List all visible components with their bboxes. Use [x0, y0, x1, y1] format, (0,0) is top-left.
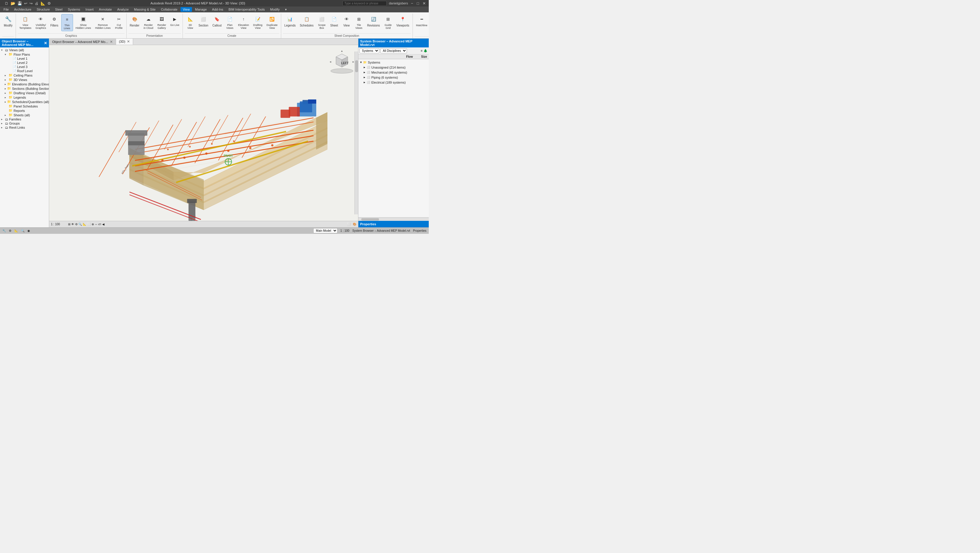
bottom-icon-2[interactable]: ⚙ [9, 229, 11, 232]
menu-structure[interactable]: Structure [34, 7, 52, 12]
undo-btn[interactable]: ↩ [24, 1, 28, 6]
menu-expand[interactable]: ▾ [283, 7, 289, 12]
model-selector[interactable]: Main Model [313, 228, 337, 233]
matchline-btn[interactable]: ━ Matchline [415, 14, 429, 28]
status-icon-2[interactable]: 👁 [71, 222, 74, 226]
cut-profile-btn[interactable]: ✂ CutProfile [113, 14, 124, 31]
view-templates-btn[interactable]: 📋 ViewTemplates [18, 14, 33, 31]
vertical-scrollbar[interactable] [355, 51, 358, 215]
tree-ceiling-plans[interactable]: ▸ 📁 Ceiling Plans [0, 73, 49, 78]
scope-box-btn[interactable]: ⬜ ScopeBox [316, 14, 328, 31]
duplicate-view-btn[interactable]: 🔁 DuplicateView [265, 14, 279, 31]
measure-btn[interactable]: 📐 [40, 1, 46, 6]
save-btn[interactable]: 💾 [17, 1, 23, 6]
bottom-icon-4[interactable]: 🔍 [21, 229, 24, 232]
tree-reports[interactable]: 📁 Reports [0, 108, 49, 113]
menu-manage[interactable]: Manage [192, 7, 209, 12]
revisions-btn[interactable]: 🔄 Revisions [366, 14, 381, 28]
menu-file[interactable]: File [1, 7, 11, 12]
menu-annotate[interactable]: Annotate [97, 7, 114, 12]
sys-item-electrical[interactable]: ▸ ⬜ Electrical (189 systems) [358, 80, 429, 85]
tab-object-browser[interactable]: Object Browser – Advanced MEP Mo... ✕ [49, 39, 116, 45]
redo-btn[interactable]: ↪ [29, 1, 33, 6]
menu-modify[interactable]: Modify [268, 7, 282, 12]
visual-style[interactable]: 🎨 [353, 222, 356, 226]
show-hidden-lines-btn[interactable]: 🔳 ShowHidden Lines [74, 14, 93, 31]
sys-item-piping[interactable]: ▸ ⬜ Piping (6 systems) [358, 75, 429, 80]
close-tab-3d[interactable]: ✕ [127, 40, 130, 44]
render-cloud-btn[interactable]: ☁ Renderin Cloud [142, 14, 154, 31]
tree-schedules[interactable]: ▸ 📁 Schedules/Quantities (all) [0, 100, 49, 104]
open-file-btn[interactable]: 📂 [10, 1, 16, 6]
tree-revit-links[interactable]: ▸ 🗂 Revit Links [0, 126, 49, 130]
go-live-btn[interactable]: ▶ Go Live [169, 14, 181, 28]
view-btn[interactable]: 👁 View [341, 14, 352, 28]
sheet-btn[interactable]: 📄 Sheet [329, 14, 340, 28]
properties-btn[interactable]: Properties [413, 229, 426, 232]
menu-analyze[interactable]: Analyze [115, 7, 131, 12]
status-icon-4[interactable]: 🔍 [78, 222, 82, 226]
status-icon-1[interactable]: ⊞ [68, 222, 70, 226]
systems-filter[interactable]: Systems [360, 48, 379, 53]
sys-item-unassigned[interactable]: ▸ ⬜ Unassigned (214 items) [358, 65, 429, 70]
tree-elevations[interactable]: ▸ 📁 Elevations (Building Elevation) [0, 82, 49, 86]
close-btn[interactable]: ✕ [422, 1, 426, 6]
visibility-graphics-btn[interactable]: 👁 Visibility/Graphics [34, 14, 48, 31]
tree-legends[interactable]: ▸ 📁 Legends [0, 95, 49, 100]
tree-level-2[interactable]: 📄 Level 2 [0, 60, 49, 65]
settings-btn[interactable]: ⚙ [47, 1, 51, 6]
elevation-view-btn[interactable]: ↑ ElevationView [237, 14, 251, 31]
remove-hidden-lines-btn[interactable]: ✕ RemoveHidden Lines [94, 14, 112, 31]
viewports-btn[interactable]: 📍 Viewports [395, 14, 411, 28]
tree-level-1[interactable]: 📄 Level 1 [0, 57, 49, 60]
close-tab-object-browser[interactable]: ✕ [110, 40, 113, 44]
legends-btn[interactable]: 📊 Legends [283, 14, 297, 28]
tree-families[interactable]: ▸ 🗂 Families [0, 117, 49, 121]
drafting-view-btn[interactable]: 📝 DraftingView [252, 14, 264, 31]
tree-views-all[interactable]: ▾ 🗂 Views (all) [0, 48, 49, 52]
menu-architecture[interactable]: Architecture [12, 7, 34, 12]
menu-bim[interactable]: BIM Interoperability Tools [226, 7, 267, 12]
filters-btn[interactable]: ⚙ Filters [49, 14, 60, 28]
render-gallery-btn[interactable]: 🖼 RenderGallery [156, 14, 167, 31]
plan-views-btn[interactable]: 📄 PlanViews [224, 14, 235, 31]
viewcube[interactable]: ▲ ◄ ► LEFT [329, 48, 355, 75]
status-icon-3[interactable]: ⚙ [75, 222, 78, 226]
tile-views-main-btn[interactable]: ⊞ TileViews [353, 14, 364, 31]
tree-view-icon[interactable]: 🌲 [423, 49, 428, 53]
status-icon-5[interactable]: 📐 [83, 222, 86, 226]
tree-sections[interactable]: ▸ 📁 Sections (Building Section) [0, 86, 49, 91]
tree-panel-schedules[interactable]: 📁 Panel Schedules [0, 104, 49, 108]
status-icon-7[interactable]: ⊕ [92, 222, 94, 226]
tree-roof-level[interactable]: 📄 Roof Level [0, 69, 49, 73]
callout-btn[interactable]: 🔖 Callout [211, 14, 223, 28]
horizontal-scrollbar[interactable] [358, 217, 429, 221]
sys-item-mechanical[interactable]: ▸ ⬜ Mechanical (46 systems) [358, 70, 429, 75]
menu-collaborate[interactable]: Collaborate [158, 7, 180, 12]
tree-drafting-views[interactable]: ▸ 📁 Drafting Views (Detail) [0, 91, 49, 95]
tree-groups[interactable]: ▸ 🗂 Groups [0, 121, 49, 126]
render-btn[interactable]: 🎨 Render [128, 14, 141, 28]
bottom-icon-3[interactable]: 📐 [14, 229, 18, 232]
tab-3d-view[interactable]: (3D) ✕ [116, 38, 133, 45]
menu-view[interactable]: View [180, 7, 192, 12]
bottom-icon-5[interactable]: ◉ [27, 229, 30, 232]
status-icon-6[interactable]: ⬜ [87, 222, 91, 226]
print-btn[interactable]: 🖨 [34, 1, 39, 6]
maximize-btn[interactable]: □ [416, 1, 420, 6]
project-browser-close[interactable]: ✕ [44, 41, 47, 45]
tree-sheets[interactable]: ▸ 📁 Sheets (all) [0, 113, 49, 117]
schedules-btn[interactable]: 📋 Schedules [298, 14, 315, 28]
viewport-canvas[interactable]: HTL_Train PIVOT ▲ ◄ ► [49, 45, 358, 221]
section-btn[interactable]: ⬜ Section [197, 14, 210, 28]
menu-insert[interactable]: Insert [83, 7, 96, 12]
thin-lines-btn[interactable]: ≡ ThinLines [61, 14, 73, 31]
bottom-icon-1[interactable]: 🔧 [2, 229, 6, 232]
status-icon-8[interactable]: ↔ [94, 222, 97, 226]
new-file-btn[interactable]: 🗋 [4, 1, 9, 6]
status-icon-10[interactable]: ◀ [102, 222, 105, 226]
modify-btn[interactable]: 🔧 Modify [2, 14, 14, 28]
discipline-filter[interactable]: All Disciplines [380, 48, 407, 53]
detail-level[interactable]: ⬜ [347, 222, 350, 226]
menu-massing[interactable]: Massing & Site [132, 7, 158, 12]
